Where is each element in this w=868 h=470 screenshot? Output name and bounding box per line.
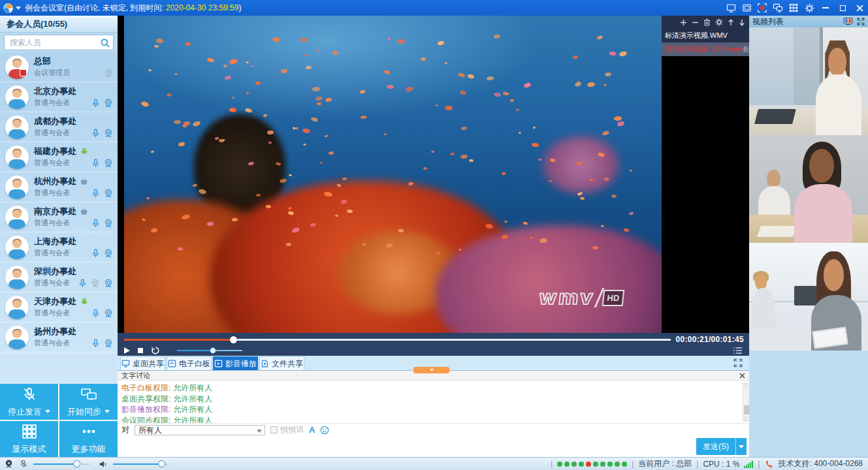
send-options-arrow[interactable] [735, 438, 747, 455]
whisper-option[interactable]: 悄悄话 [270, 424, 304, 435]
sync-screens-icon[interactable] [770, 0, 786, 16]
scroll-up-icon[interactable] [744, 383, 747, 388]
participant-row[interactable]: 杭州办事处 普通与会者 [0, 172, 118, 202]
record-icon[interactable] [754, 0, 770, 16]
microphone-icon[interactable] [91, 248, 101, 258]
whiteboard-icon[interactable] [739, 0, 754, 16]
volume-slider[interactable] [177, 350, 242, 351]
function-button[interactable]: 停止发言 [0, 384, 58, 420]
scroll-thumb[interactable] [744, 405, 749, 415]
participant-row[interactable]: 扬州办事处 普通与会者 [0, 322, 118, 352]
webcam-icon[interactable] [103, 188, 114, 198]
search-input[interactable] [8, 36, 100, 49]
speaker-icon[interactable] [99, 460, 108, 469]
playlist-settings-icon[interactable] [715, 18, 723, 26]
send-button[interactable]: 发送(S) [696, 438, 747, 455]
settings-gear-icon[interactable] [801, 0, 817, 16]
microphone-icon[interactable] [91, 308, 101, 319]
mic-volume-slider[interactable] [33, 463, 89, 465]
function-button[interactable]: 开始同步 [59, 384, 118, 420]
chat-close-icon[interactable] [739, 373, 745, 379]
participant-row[interactable]: 深圳办事处 普通与会者 [0, 262, 118, 292]
close-button[interactable] [851, 0, 868, 16]
speaker-volume-slider[interactable] [113, 463, 169, 465]
participant-row[interactable]: 成都办事处 普通与会者 [0, 112, 118, 142]
chat-collapse-handle[interactable] [413, 367, 449, 373]
playlist-delete-link[interactable]: 删除 [743, 42, 749, 56]
webcam-disabled-icon[interactable] [103, 68, 114, 78]
chat-message: 桌面共享权限:允许所有人 [121, 394, 740, 405]
participant-row[interactable]: 北京办事处 普通与会者 [0, 82, 118, 112]
participant-name: 天津办事处 [34, 296, 76, 307]
emoji-icon[interactable] [320, 426, 329, 435]
fullscreen-icon[interactable] [733, 358, 743, 368]
participant-role: 普通与会者 [34, 188, 70, 198]
microphone-icon[interactable] [91, 98, 101, 108]
microphone-icon[interactable] [91, 218, 101, 228]
webcam-icon[interactable] [103, 158, 114, 168]
participant-row[interactable]: 福建办事处 普通与会者 [0, 142, 118, 172]
function-button[interactable]: 显示模式 [0, 421, 58, 457]
playlist-clear-icon[interactable] [703, 18, 711, 26]
webcam-icon[interactable] [103, 338, 114, 349]
scroll-down-icon[interactable] [744, 416, 747, 421]
share-tab[interactable]: 影音播放 [213, 356, 258, 370]
playlist-move-up-icon[interactable] [728, 19, 734, 26]
webcam-icon[interactable] [103, 278, 114, 289]
playlist-remove-icon[interactable] [692, 19, 699, 26]
participant-row[interactable]: 天津办事处 普通与会者 [0, 292, 118, 322]
video-thumbnail[interactable] [749, 135, 868, 243]
video-thumbnail[interactable] [749, 27, 868, 135]
font-settings-icon[interactable]: A [309, 425, 315, 435]
chat-scrollbar[interactable] [743, 383, 748, 422]
microphone-icon[interactable] [91, 158, 101, 168]
display-mode-icon[interactable] [786, 0, 801, 16]
playlist-move-down-icon[interactable] [739, 19, 745, 26]
webcam-icon[interactable] [103, 128, 114, 138]
microphone-icon[interactable] [91, 188, 101, 198]
recipient-select[interactable]: 所有人 [135, 425, 265, 435]
play-button[interactable] [124, 347, 130, 354]
panel-expand-icon[interactable] [857, 18, 865, 25]
participant-row[interactable]: 总部 会议管理员 [0, 52, 118, 82]
video-content[interactable]: wmv HD [124, 16, 662, 333]
webcam-icon[interactable] [103, 218, 114, 228]
participant-name: 深圳办事处 [34, 266, 76, 277]
chat-input-area[interactable]: 发送(S) [118, 436, 749, 457]
seek-bar[interactable] [124, 339, 671, 341]
playlist-toggle-icon[interactable] [733, 347, 743, 354]
playlist-add-icon[interactable] [680, 19, 687, 26]
microphone-icon[interactable] [78, 278, 88, 289]
video-thumbnail[interactable] [749, 243, 868, 351]
quality-dot [557, 462, 562, 467]
webcam-disabled-icon[interactable] [90, 278, 101, 289]
webcam-icon[interactable] [103, 248, 114, 258]
mic-volume-knob[interactable] [73, 460, 80, 467]
screen-share-icon[interactable] [723, 0, 739, 16]
playlist-item[interactable]: 高清演示视频-720P.wmv 删除 [662, 42, 749, 56]
share-tab[interactable]: 文件共享 [259, 356, 304, 370]
video-mode-icon[interactable] [843, 18, 853, 25]
webcam-icon[interactable] [103, 308, 114, 319]
participant-row[interactable]: 南京办事处 普通与会者 [0, 202, 118, 232]
webcam-icon[interactable] [103, 98, 114, 108]
participant-row[interactable]: 上海办事处 普通与会者 [0, 232, 118, 262]
share-tab[interactable]: 桌面共享 [120, 356, 165, 370]
minimize-button[interactable] [817, 0, 834, 16]
speaker-volume-knob[interactable] [158, 460, 165, 467]
microphone-icon[interactable] [91, 128, 101, 138]
app-menu-chevron-icon[interactable] [16, 7, 21, 10]
playlist-item[interactable]: 标清演示视频.WMV [662, 29, 749, 42]
local-mic-muted-icon[interactable] [19, 459, 28, 469]
search-icon[interactable] [100, 38, 110, 48]
whisper-checkbox[interactable] [270, 426, 278, 433]
local-webcam-icon[interactable] [4, 459, 14, 469]
maximize-button[interactable] [834, 0, 851, 16]
microphone-icon[interactable] [91, 338, 101, 349]
replay-button[interactable] [151, 346, 160, 355]
volume-handle[interactable] [210, 347, 216, 354]
seek-handle[interactable] [230, 336, 237, 343]
share-tab[interactable]: 电子白板 [167, 356, 212, 370]
function-button[interactable]: 更多功能 [59, 421, 118, 457]
stop-button[interactable] [138, 348, 143, 353]
